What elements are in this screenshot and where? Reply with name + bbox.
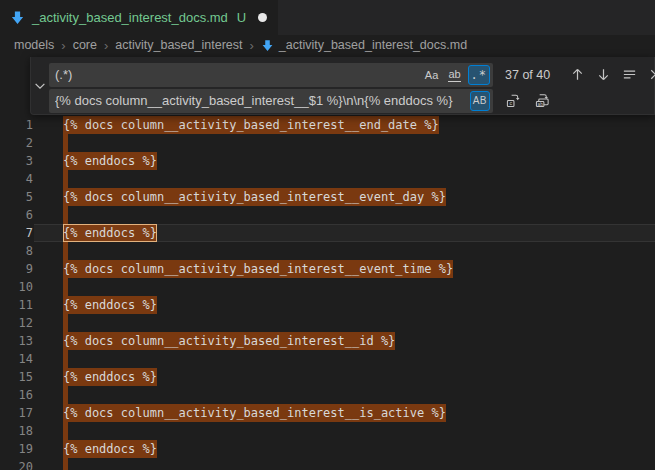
next-match-button[interactable] <box>593 64 614 85</box>
line-number: 15 <box>0 368 33 386</box>
line-text: {% enddocs %} <box>63 368 157 386</box>
find-match-highlight: {% docs column__activity_based_interest_… <box>63 332 395 350</box>
code-line-7[interactable]: 7{% enddocs %} <box>0 224 655 242</box>
find-match-empty <box>63 386 68 404</box>
find-in-selection-button[interactable] <box>619 64 640 85</box>
line-text: {% enddocs %} <box>63 296 157 314</box>
code-line-17[interactable]: 17{% docs column__activity_based_interes… <box>0 404 655 422</box>
code-line-2[interactable]: 2 <box>0 134 655 152</box>
line-text: {% docs column__activity_based_interest_… <box>63 332 395 350</box>
modified-dot-icon[interactable] <box>258 13 267 22</box>
find-match-empty <box>63 278 68 296</box>
find-match-highlight: {% enddocs %} <box>63 224 157 242</box>
code-line-15[interactable]: 15{% enddocs %} <box>0 368 655 386</box>
close-find-button[interactable] <box>645 64 655 85</box>
find-match-highlight: {% docs column__activity_based_interest_… <box>63 116 439 134</box>
markdown-file-icon <box>261 39 274 52</box>
whole-word-label: ab <box>448 68 460 82</box>
git-status-badge: U <box>237 10 246 25</box>
preserve-case-button[interactable]: AB <box>470 91 490 111</box>
code-line-12[interactable]: 12 <box>0 314 655 332</box>
replace-button[interactable]: c <box>503 90 524 111</box>
breadcrumb-item-activity-based-interest[interactable]: activity_based_interest <box>115 38 242 52</box>
line-number: 5 <box>0 188 33 206</box>
code-line-18[interactable]: 18 <box>0 422 655 440</box>
line-number: 6 <box>0 206 33 224</box>
line-number: 17 <box>0 404 33 422</box>
regex-button[interactable]: .* <box>468 65 490 85</box>
line-text: {% docs column__activity_based_interest_… <box>63 404 446 422</box>
find-match-empty <box>63 134 68 152</box>
line-text <box>63 242 68 260</box>
find-actions <box>567 64 655 85</box>
find-row: Aa ab .* 37 of 40 <box>49 62 649 87</box>
line-number: 7 <box>0 224 33 242</box>
line-text <box>63 134 68 152</box>
code-line-6[interactable]: 6 <box>0 206 655 224</box>
line-text: {% enddocs %} <box>63 440 157 458</box>
line-number: 3 <box>0 152 33 170</box>
line-number: 16 <box>0 386 33 404</box>
line-text: {% docs column__activity_based_interest_… <box>63 188 446 206</box>
code-lines[interactable]: 1{% docs column__activity_based_interest… <box>0 116 655 470</box>
line-text <box>63 278 68 296</box>
code-line-3[interactable]: 3{% enddocs %} <box>0 152 655 170</box>
breadcrumb-item-file[interactable]: _activity_based_interest_docs.md <box>279 38 467 52</box>
code-line-16[interactable]: 16 <box>0 386 655 404</box>
code-line-8[interactable]: 8 <box>0 242 655 260</box>
code-line-13[interactable]: 13{% docs column__activity_based_interes… <box>0 332 655 350</box>
line-number: 9 <box>0 260 33 278</box>
code-line-1[interactable]: 1{% docs column__activity_based_interest… <box>0 116 655 134</box>
line-number: 2 <box>0 134 33 152</box>
tab-activity-docs[interactable]: _activity_based_interest_docs.md U <box>0 0 278 35</box>
markdown-file-icon <box>10 10 25 25</box>
whole-word-button[interactable]: ab <box>445 65 465 85</box>
breadcrumb: models › core › activity_based_interest … <box>0 35 655 55</box>
code-line-20[interactable]: 20 <box>0 458 655 470</box>
find-match-empty <box>63 170 68 188</box>
line-number: 11 <box>0 296 33 314</box>
replace-input[interactable] <box>49 89 470 113</box>
toggle-replace-button[interactable] <box>31 57 49 115</box>
code-line-19[interactable]: 19{% enddocs %} <box>0 440 655 458</box>
find-match-highlight: {% docs column__activity_based_interest_… <box>63 260 453 278</box>
line-text <box>63 422 68 440</box>
line-text <box>63 206 68 224</box>
find-replace-widget: Aa ab .* 37 of 40 <box>30 57 655 115</box>
code-line-11[interactable]: 11{% enddocs %} <box>0 296 655 314</box>
line-text <box>63 314 68 332</box>
code-line-4[interactable]: 4 <box>0 170 655 188</box>
line-number: 12 <box>0 314 33 332</box>
find-input[interactable] <box>49 63 422 87</box>
breadcrumb-item-models[interactable]: models <box>14 38 54 52</box>
replace-all-button[interactable]: ab <box>532 90 553 111</box>
line-number: 1 <box>0 116 33 134</box>
breadcrumb-separator: › <box>61 38 65 53</box>
code-line-9[interactable]: 9{% docs column__activity_based_interest… <box>0 260 655 278</box>
code-line-14[interactable]: 14 <box>0 350 655 368</box>
replace-row: AB c <box>49 88 649 113</box>
code-line-5[interactable]: 5{% docs column__activity_based_interest… <box>0 188 655 206</box>
code-line-10[interactable]: 10 <box>0 278 655 296</box>
line-number: 20 <box>0 458 33 470</box>
line-number: 19 <box>0 440 33 458</box>
line-number: 18 <box>0 422 33 440</box>
line-text <box>63 350 68 368</box>
line-number: 8 <box>0 242 33 260</box>
breadcrumb-separator: › <box>104 38 108 53</box>
find-match-highlight: {% enddocs %} <box>63 152 157 170</box>
find-match-empty <box>63 350 68 368</box>
line-number: 13 <box>0 332 33 350</box>
tab-bar: _activity_based_interest_docs.md U <box>0 0 655 35</box>
find-match-highlight: {% enddocs %} <box>63 296 157 314</box>
svg-text:c: c <box>509 100 512 106</box>
line-number: 14 <box>0 350 33 368</box>
line-text <box>63 170 68 188</box>
line-number: 10 <box>0 278 33 296</box>
match-case-button[interactable]: Aa <box>422 65 442 85</box>
line-text: {% docs column__activity_based_interest_… <box>63 116 439 134</box>
find-match-empty <box>63 422 68 440</box>
breadcrumb-item-core[interactable]: core <box>73 38 97 52</box>
previous-match-button[interactable] <box>567 64 588 85</box>
editor-window: _activity_based_interest_docs.md U model… <box>0 0 655 470</box>
